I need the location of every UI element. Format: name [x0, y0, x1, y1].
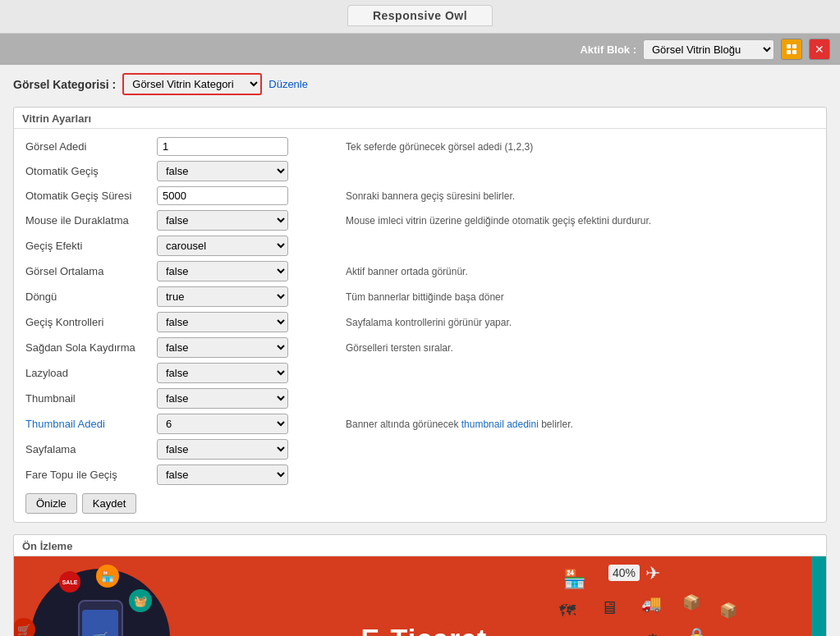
on-izleme-title: Ön İzleme	[14, 535, 826, 556]
label-gorsel-ortalama: Görsel Ortalama	[25, 265, 157, 277]
basket-badge: 🧺	[129, 589, 152, 612]
gorsel-kategorisi-label: Görsel Kategorisi :	[13, 78, 116, 91]
label-sayfalama: Sayfalama	[25, 443, 157, 455]
select-sagdan-sola[interactable]: false true	[157, 337, 288, 358]
vitrin-ayarlari-panel: Vitrin Ayarları Görsel Adedi Tek seferde…	[13, 107, 827, 523]
hint-sagdan-sola: Görselleri tersten sıralar.	[337, 342, 815, 354]
select-sayfalama[interactable]: false true	[157, 439, 288, 460]
eticaret-banner: 🛒 SALE 🏪 🧺 🛒 ₿ ⚙ 🏷 24h	[14, 556, 826, 636]
main-content: Görsel Kategorisi : Görsel Vitrin Katego…	[0, 65, 840, 636]
input-otomatik-gecis-suresi[interactable]	[157, 186, 288, 205]
banner-left: 🛒 SALE 🏪 🧺 🛒 ₿ ⚙ 🏷 24h	[14, 556, 293, 636]
input-gorsel-adedi[interactable]	[157, 137, 288, 156]
box-icon: 📦	[682, 593, 700, 611]
onizle-button[interactable]: Önizle	[25, 493, 77, 514]
map-icon: 🗺	[559, 602, 576, 620]
hint-otomatik-gecis-suresi: Sonraki bannera geçiş süresini belirler.	[337, 190, 815, 202]
label-fare-topu: Fare Topu ile Geçiş	[25, 469, 157, 481]
btn-row: Önizle Kaydet	[25, 493, 815, 514]
vitrin-ayarlari-body: Görsel Adedi Tek seferde görünecek görse…	[14, 129, 826, 522]
shop-badge: 🏪	[96, 565, 119, 588]
hint-gorsel-adedi: Tek seferde görünecek görsel adedi (1,2,…	[337, 141, 815, 153]
header-bar: Responsive Owl	[0, 0, 840, 34]
svg-rect-1	[792, 44, 796, 48]
select-otomatik-gecis[interactable]: false true	[157, 161, 288, 181]
label-otomatik-gecis-suresi: Otomatik Geçiş Süresi	[25, 190, 157, 202]
hint-mouse-duraklatma: Mouse imleci vitrin üzerine geldiğinde o…	[337, 215, 815, 226]
shop-icon: 🏪	[563, 569, 585, 590]
label-dongu: Döngü	[25, 291, 157, 303]
label-lazyload: Lazyload	[25, 367, 157, 379]
teal-strip	[811, 556, 826, 636]
aktif-blok-bar: Aktif Blok : Görsel Vitrin Bloğu ✕	[0, 34, 840, 65]
select-gecis-kontrolleri[interactable]: false true	[157, 312, 288, 332]
svg-rect-2	[787, 50, 791, 54]
sale-badge: SALE	[59, 571, 80, 593]
gorsel-kategorisi-select[interactable]: Görsel Vitrin Kategori	[122, 73, 262, 95]
hint-thumbnail-adedi: Banner altında görünecek thumbnail adedi…	[337, 419, 815, 430]
hint-dongu: Tüm bannerlar bittiğinde başa döner	[337, 291, 815, 303]
on-izleme-body: 🛒 SALE 🏪 🧺 🛒 ₿ ⚙ 🏷 24h	[14, 556, 826, 636]
select-gorsel-ortalama[interactable]: false true	[157, 261, 288, 281]
phone-screen: 🛒	[82, 610, 118, 636]
gorsel-kategorisi-row: Görsel Kategorisi : Görsel Vitrin Katego…	[13, 73, 827, 95]
duzenle-link[interactable]: Düzenle	[269, 78, 308, 90]
select-thumbnail-adedi[interactable]: 6 4 8 10	[157, 414, 288, 434]
label-gecis-kontrolleri: Geçiş Kontrolleri	[25, 316, 157, 328]
select-fare-topu[interactable]: false true	[157, 464, 288, 485]
banner-right: 🏪 40% ✈ 🗺 🖥 🚚 📦 📦 📱 ✉ ⚙ 🔒 💬 550 💳	[555, 556, 826, 636]
gear-icon: ⚙	[645, 630, 660, 636]
aktif-blok-label: Aktif Blok :	[580, 43, 636, 56]
label-otomatik-gecis: Otomatik Geçiş	[25, 165, 157, 177]
truck-icon: 🚚	[641, 593, 662, 613]
svg-rect-3	[792, 50, 796, 54]
label-thumbnail-adedi: Thumbnail Adedi	[25, 418, 157, 430]
vitrin-form-grid: Görsel Adedi Tek seferde görünecek görse…	[25, 137, 815, 485]
vitrin-ayarlari-title: Vitrin Ayarları	[14, 108, 826, 129]
lock-icon: 🔒	[686, 626, 707, 636]
label-mouse-duraklatma: Mouse ile Duraklatma	[25, 214, 157, 226]
label-sagdan-sola: Sağdan Sola Kaydırma	[25, 341, 157, 354]
svg-rect-0	[787, 44, 791, 48]
select-dongu[interactable]: true false	[157, 286, 288, 307]
app-title: Responsive Owl	[347, 5, 493, 26]
box2-icon: 📦	[719, 602, 737, 620]
hint-gorsel-ortalama: Aktif banner ortada görünür.	[337, 266, 815, 277]
label-gecis-efekti: Geçiş Efekti	[25, 240, 157, 252]
close-icon-btn[interactable]: ✕	[809, 39, 830, 60]
aktif-blok-select[interactable]: Görsel Vitrin Bloğu	[643, 39, 774, 60]
eticaret-text: E-Ticaret	[361, 623, 488, 637]
monitor-icon: 🖥	[600, 597, 618, 619]
kaydet-button[interactable]: Kaydet	[82, 493, 136, 514]
banner-center: E-Ticaret	[293, 623, 555, 637]
select-gecis-efekti[interactable]: carousel fade	[157, 236, 288, 256]
label-gorsel-adedi: Görsel Adedi	[25, 140, 157, 153]
select-thumbnail[interactable]: false true	[157, 388, 288, 409]
on-izleme-panel: Ön İzleme 🛒 SALE	[13, 534, 827, 636]
orange-action-icon[interactable]	[781, 39, 802, 60]
label-thumbnail: Thumbnail	[25, 392, 157, 405]
phone-illustration: 🛒	[78, 600, 123, 637]
select-lazyload[interactable]: false true	[157, 363, 288, 383]
paper-plane-icon: ✈	[645, 563, 660, 584]
hint-gecis-kontrolleri: Sayfalama kontrollerini görünür yapar.	[337, 317, 815, 328]
select-mouse-duraklatma[interactable]: false true	[157, 210, 288, 231]
percent-40: 40%	[608, 565, 640, 581]
